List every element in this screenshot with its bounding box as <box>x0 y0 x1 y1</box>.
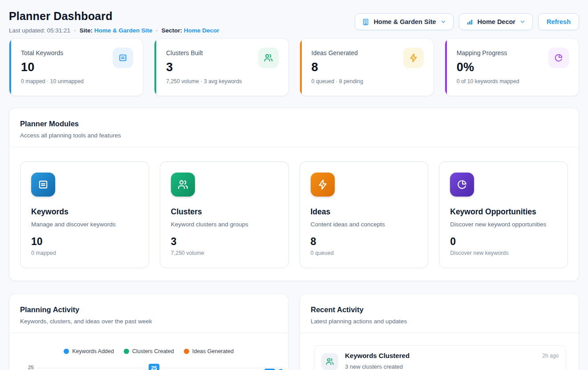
legend-keywords-added[interactable]: Keywords Added <box>64 348 114 354</box>
bar-chart-icon <box>466 18 474 26</box>
module-value: 3 <box>171 236 278 248</box>
legend-dot-icon <box>124 349 129 354</box>
page-header: Planner Dashboard Last updated: 05:31:21… <box>9 10 579 34</box>
module-description: Manage and discover keywords <box>31 221 138 228</box>
stat-subtext: 7,250 volume · 3 avg keywords <box>166 78 278 84</box>
module-subtext: 0 mapped <box>31 250 138 256</box>
module-title: Keywords <box>31 207 138 217</box>
page-title: Planner Dashboard <box>9 10 219 23</box>
data-point-label: 25 <box>149 364 159 370</box>
users-icon <box>321 353 338 370</box>
planner-modules-header: Planner Modules Access all planning tool… <box>9 108 579 147</box>
chevron-down-icon <box>440 19 446 25</box>
toolbar: Home & Garden Site Home Decor Refresh <box>355 13 579 30</box>
stat-card-total-keywords[interactable]: Total Keywords 10 0 mapped · 10 unmapped <box>9 38 143 96</box>
module-subtext: Discover new keywords <box>450 250 557 256</box>
activity-item-keywords-clustered[interactable]: Keywords Clustered 3 new clusters create… <box>314 345 566 370</box>
section-title: Planning Activity <box>20 306 277 314</box>
modules-grid: Keywords Manage and discover keywords 10… <box>9 147 579 281</box>
module-description: Discover new keyword opportunities <box>450 221 557 228</box>
sector-link[interactable]: Home Decor <box>184 27 219 34</box>
stat-subtext: 0 queued · 8 pending <box>312 78 424 84</box>
users-icon <box>171 173 195 197</box>
stat-card-mapping-progress[interactable]: Mapping Progress 0% 0 of 10 keywords map… <box>445 38 579 96</box>
chart-legend: Keywords Added Clusters Created Ideas Ge… <box>9 348 288 354</box>
document-lines-icon <box>113 48 133 68</box>
sector-label: Sector: <box>162 27 182 34</box>
stat-card-clusters-built[interactable]: Clusters Built 3 7,250 volume · 3 avg ke… <box>154 38 288 96</box>
activity-title: Keywords Clustered <box>345 352 535 359</box>
section-subtitle: Keywords, clusters, and ideas over the p… <box>20 318 277 325</box>
recent-activity-panel: Recent Activity Latest planning actions … <box>300 294 579 370</box>
recent-activity-header: Recent Activity Latest planning actions … <box>300 294 579 333</box>
module-subtext: 7,250 volume <box>171 250 278 256</box>
document-lines-icon <box>31 173 55 197</box>
section-title: Recent Activity <box>311 306 568 314</box>
section-title: Planner Modules <box>20 120 568 128</box>
activity-description: 3 new clusters created <box>345 363 535 370</box>
stat-subtext: 0 mapped · 10 unmapped <box>21 78 133 84</box>
building-icon <box>362 18 369 26</box>
last-updated: Last updated: 05:31:21 <box>9 27 70 34</box>
keywords-added-area-series <box>38 358 282 370</box>
module-value: 10 <box>31 236 138 248</box>
bottom-row: Planning Activity Keywords, clusters, an… <box>9 294 579 370</box>
site-label: Site: <box>80 27 93 34</box>
module-subtext: 0 queued <box>311 250 418 256</box>
legend-dot-icon <box>64 349 69 354</box>
module-title: Ideas <box>311 207 418 217</box>
sector-selector[interactable]: Home Decor <box>459 13 533 30</box>
planning-activity-chart: Keywords Added Clusters Created Ideas Ge… <box>9 348 288 370</box>
module-value: 0 <box>450 236 557 248</box>
pie-chart-icon <box>548 48 569 68</box>
planner-modules-panel: Planner Modules Access all planning tool… <box>9 108 579 281</box>
module-description: Content ideas and concepts <box>311 221 418 228</box>
section-subtitle: Access all planning tools and features <box>20 132 568 139</box>
chart-plot-area: 25 25 24 <box>9 358 288 370</box>
legend-clusters-created[interactable]: Clusters Created <box>124 348 174 354</box>
chevron-down-icon <box>519 19 526 25</box>
recent-activity-list: Keywords Clustered 3 new clusters create… <box>300 333 579 370</box>
module-card-keyword-opportunities[interactable]: Keyword Opportunities Discover new keywo… <box>439 161 568 268</box>
zap-icon <box>403 48 424 68</box>
module-card-clusters[interactable]: Clusters Keyword clusters and groups 3 7… <box>160 161 289 268</box>
legend-ideas-generated[interactable]: Ideas Generated <box>184 348 234 354</box>
planning-activity-header: Planning Activity Keywords, clusters, an… <box>9 294 288 333</box>
section-subtitle: Latest planning actions and updates <box>311 318 568 325</box>
pie-chart-icon <box>450 173 474 197</box>
module-title: Clusters <box>171 207 278 217</box>
site-link[interactable]: Home & Garden Site <box>94 27 153 34</box>
stat-card-ideas-generated[interactable]: Ideas Generated 8 0 queued · 8 pending <box>300 38 434 96</box>
module-value: 8 <box>311 236 418 248</box>
page-meta: Last updated: 05:31:21 · Site: Home & Ga… <box>9 27 219 34</box>
module-card-ideas[interactable]: Ideas Content ideas and concepts 8 0 que… <box>300 161 429 268</box>
planning-activity-panel: Planning Activity Keywords, clusters, an… <box>9 294 288 370</box>
stat-subtext: 0 of 10 keywords mapped <box>457 78 569 84</box>
stat-cards: Total Keywords 10 0 mapped · 10 unmapped… <box>9 38 579 96</box>
zap-icon <box>311 173 335 197</box>
module-card-keywords[interactable]: Keywords Manage and discover keywords 10… <box>20 161 149 268</box>
legend-dot-icon <box>184 349 189 354</box>
y-axis-tick: 25 <box>28 365 34 370</box>
activity-timestamp: 2h ago <box>542 353 559 359</box>
module-title: Keyword Opportunities <box>450 207 557 217</box>
refresh-button[interactable]: Refresh <box>538 13 579 30</box>
users-icon <box>258 48 279 68</box>
module-description: Keyword clusters and groups <box>171 221 278 228</box>
site-selector[interactable]: Home & Garden Site <box>355 13 453 30</box>
